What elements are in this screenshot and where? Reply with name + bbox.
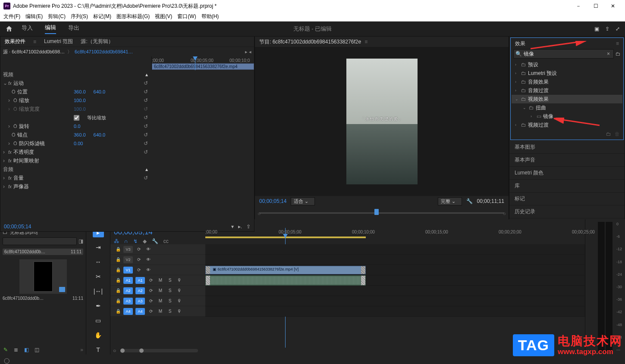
- share-icon[interactable]: ⇪: [605, 26, 609, 32]
- ec-pos-x[interactable]: 360.0: [74, 89, 86, 94]
- track-target[interactable]: V2: [123, 256, 133, 263]
- effects-folder[interactable]: ›🗀音频效果: [512, 78, 622, 86]
- toggle-output-icon[interactable]: 👁: [145, 257, 152, 262]
- sync-lock-icon[interactable]: ⟳: [135, 247, 142, 252]
- stopwatch-icon[interactable]: Ö: [13, 141, 17, 146]
- ec-panner[interactable]: 声像器: [13, 183, 29, 190]
- source-patch[interactable]: A4: [123, 308, 133, 315]
- minimize-button[interactable]: －: [570, 0, 587, 12]
- program-tc-left[interactable]: 00;00;05;14: [259, 198, 286, 204]
- sync-lock-icon[interactable]: ⟳: [148, 288, 154, 293]
- track-target[interactable]: V1: [123, 267, 133, 274]
- ripple-edit-tool[interactable]: ↔: [93, 257, 104, 267]
- ec-rotation-val[interactable]: 0.0: [74, 124, 80, 129]
- track-target[interactable]: A1: [135, 277, 145, 284]
- menu-view[interactable]: 视图(V): [155, 13, 172, 20]
- timeline-zoom-slider[interactable]: [120, 349, 198, 352]
- sync-lock-icon[interactable]: ⟳: [148, 309, 154, 314]
- pen-tool[interactable]: ✒: [93, 301, 104, 311]
- quick-export-icon[interactable]: ▣: [594, 26, 599, 32]
- slip-tool[interactable]: |↔|: [93, 286, 104, 296]
- source-patch[interactable]: A2: [123, 287, 133, 294]
- write-enable-icon[interactable]: ✎: [3, 347, 9, 353]
- settings-icon[interactable]: 🔧: [466, 198, 473, 204]
- reset-icon[interactable]: ↺: [144, 175, 148, 181]
- source-patch[interactable]: A3: [123, 298, 133, 305]
- tab-edit[interactable]: 编辑: [45, 24, 56, 34]
- menu-window[interactable]: 窗口(W): [177, 13, 196, 20]
- track-target[interactable]: A2: [135, 287, 145, 294]
- project-search[interactable]: [3, 237, 77, 245]
- reset-icon[interactable]: ↺: [144, 123, 148, 129]
- lock-icon[interactable]: 🔒: [116, 288, 121, 293]
- ec-scale-val[interactable]: 100.0: [74, 98, 86, 103]
- tab-import[interactable]: 导入: [22, 24, 33, 34]
- maximize-button[interactable]: ☐: [587, 0, 604, 12]
- sync-lock-icon[interactable]: ⟳: [148, 299, 154, 303]
- lock-icon[interactable]: 🔒: [116, 278, 121, 283]
- resolution-select[interactable]: 完整 ⌄: [438, 197, 462, 205]
- effects-folder[interactable]: ›🗀预设: [512, 60, 622, 69]
- effects-folder[interactable]: ›🗀视频过渡: [512, 121, 622, 129]
- effects-folder[interactable]: ›🗀Lumetri 预设: [512, 69, 622, 78]
- ec-timeremap[interactable]: 时间重映射: [13, 157, 39, 165]
- toggle-output-icon[interactable]: M: [157, 299, 164, 303]
- voice-over-icon[interactable]: 🎙: [176, 309, 183, 314]
- reset-icon[interactable]: ↺: [144, 97, 148, 103]
- stopwatch-icon[interactable]: Ö: [12, 132, 16, 137]
- effects-folder[interactable]: ›🗀音频过渡: [512, 86, 622, 95]
- settings-icon[interactable]: 🔧: [152, 238, 158, 244]
- collapsed-panel[interactable]: 历史记录: [509, 205, 625, 218]
- lock-icon[interactable]: 🔒: [116, 247, 121, 252]
- home-icon[interactable]: [5, 25, 13, 33]
- menu-file[interactable]: 文件(F): [3, 13, 20, 20]
- collapsed-panel[interactable]: 基本图形: [509, 141, 625, 154]
- track-target[interactable]: A4: [135, 308, 145, 315]
- captions-icon[interactable]: cc: [163, 238, 169, 244]
- sync-lock-icon[interactable]: ⟳: [148, 278, 154, 283]
- delete-icon[interactable]: 🗑: [615, 131, 620, 138]
- effect-item[interactable]: ›▭镜像: [512, 112, 622, 121]
- marker-icon[interactable]: ◆: [143, 238, 147, 244]
- ec-pos-y[interactable]: 640.0: [94, 89, 106, 94]
- close-button[interactable]: ✕: [604, 0, 622, 12]
- track-select-tool[interactable]: ⇥: [93, 243, 104, 252]
- ec-anchor-y[interactable]: 640.0: [94, 132, 106, 137]
- source-patch[interactable]: A1: [123, 277, 133, 284]
- razor-tool[interactable]: ✂: [93, 272, 104, 281]
- fullscreen-icon[interactable]: ⤢: [616, 26, 620, 32]
- lock-icon[interactable]: 🔒: [116, 268, 121, 272]
- reset-icon[interactable]: ↺: [144, 115, 148, 121]
- reset-icon[interactable]: ↺: [144, 132, 148, 138]
- toggle-output-icon[interactable]: 👁: [145, 247, 152, 252]
- solo-icon[interactable]: S: [166, 278, 173, 283]
- program-scrubber[interactable]: ○ ○: [259, 208, 504, 218]
- reset-icon[interactable]: ↺: [144, 89, 148, 95]
- effects-search-input[interactable]: [524, 51, 605, 57]
- list-view-icon[interactable]: ≣: [13, 347, 19, 353]
- panel-tab-lumetri-scopes[interactable]: Lumetri 范围: [44, 38, 73, 45]
- collapsed-panel[interactable]: Lumetri 颜色: [509, 167, 625, 180]
- new-custom-bin-icon[interactable]: 🗀: [606, 131, 611, 138]
- sync-lock-icon[interactable]: ⟳: [135, 268, 142, 272]
- collapsed-panel[interactable]: 基本声音: [509, 154, 625, 167]
- reset-icon[interactable]: ↺: [144, 140, 148, 146]
- menu-help[interactable]: 帮助(H): [201, 13, 219, 20]
- lock-icon[interactable]: 🔒: [116, 257, 121, 262]
- collapsed-panel[interactable]: 库: [509, 180, 625, 193]
- video-clip[interactable]: ▣ 6c8fc471002ddd0b6984156338276f2e.mp4 […: [205, 266, 366, 274]
- project-item[interactable]: 6c8fc471002ddd0b… 11:11: [3, 258, 83, 301]
- collapse-icon[interactable]: ▴: [145, 166, 148, 172]
- icon-view-icon[interactable]: ◧: [23, 347, 29, 353]
- new-bin-icon[interactable]: 🗀: [616, 51, 621, 57]
- ec-clip-label[interactable]: 6c8fc471002ddd0b69841…: [75, 49, 133, 54]
- playhead-handle[interactable]: [374, 209, 379, 215]
- nest-toggle-icon[interactable]: ⁂: [114, 238, 119, 244]
- track-target[interactable]: A3: [135, 298, 145, 305]
- linked-selection-icon[interactable]: ↯: [133, 238, 138, 244]
- effects-folder[interactable]: ⌄🗀扭曲: [512, 103, 622, 112]
- voice-over-icon[interactable]: 🎙: [176, 288, 183, 293]
- voice-over-icon[interactable]: 🎙: [176, 299, 183, 303]
- reset-icon[interactable]: ↺: [144, 149, 148, 155]
- stopwatch-icon[interactable]: Ö: [13, 124, 17, 129]
